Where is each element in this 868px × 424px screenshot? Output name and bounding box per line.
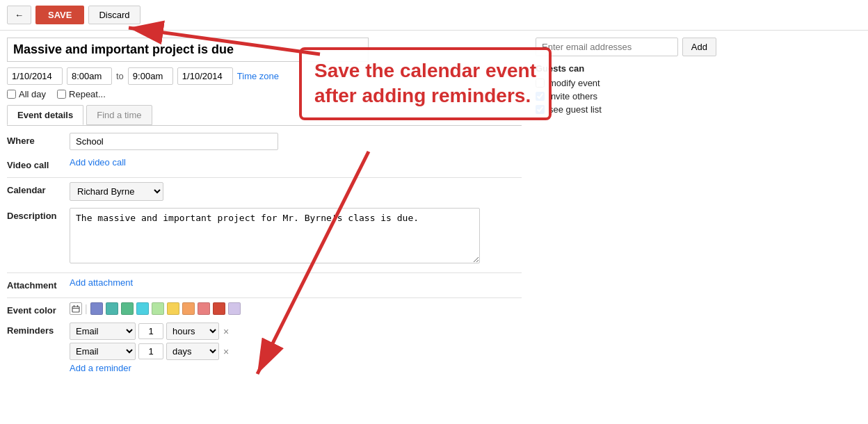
guests-option-invite: invite others [536, 91, 716, 101]
calendar-select[interactable]: Richard Byrne [70, 182, 163, 201]
color-swatch-red[interactable] [213, 302, 225, 315]
color-swatches: | [70, 302, 522, 315]
datetime-row: to Time zone [7, 67, 522, 85]
reminder-row-2: Email Notification minutes hours days we… [70, 343, 522, 360]
right-panel: Add Guests can modify event invite other… [536, 38, 716, 380]
calendar-row: Calendar Richard Byrne [7, 182, 522, 201]
discard-button[interactable]: Discard [88, 6, 140, 24]
event-title-input[interactable] [7, 38, 369, 62]
reminder-type-select-1[interactable]: Email Notification [70, 323, 136, 340]
color-swatch-yellow[interactable] [167, 302, 179, 315]
reminder-amount-input-1[interactable] [138, 323, 163, 339]
where-label: Where [7, 133, 70, 146]
end-time-input[interactable] [128, 67, 173, 85]
description-label: Description [7, 208, 70, 221]
guests-option-modify: modify event [536, 78, 716, 88]
where-input[interactable] [70, 133, 278, 150]
svg-rect-0 [72, 307, 79, 312]
calendar-color-icon[interactable] [70, 302, 82, 315]
calendar-label: Calendar [7, 182, 70, 195]
start-date-input[interactable] [7, 67, 63, 85]
guests-option-guestlist: see guest list [536, 104, 716, 115]
repeat-checkbox[interactable] [57, 90, 66, 99]
color-swatch-lightblue[interactable] [136, 302, 149, 315]
to-separator: to [116, 71, 124, 81]
start-time-input[interactable] [67, 67, 112, 85]
allday-checkbox[interactable] [7, 90, 16, 99]
add-reminder-link[interactable]: Add a reminder [70, 363, 131, 373]
main-content: to Time zone All day Repeat... Event det… [0, 31, 868, 380]
back-button[interactable]: ← [7, 6, 31, 24]
attachment-row: Attachment Add attachment [7, 277, 522, 291]
color-label: Event color [7, 302, 70, 316]
color-swatch-pink[interactable] [198, 302, 210, 315]
left-panel: to Time zone All day Repeat... Event det… [7, 38, 522, 380]
description-textarea[interactable]: The massive and important project for Mr… [70, 208, 480, 263]
color-swatch-green[interactable] [121, 302, 134, 315]
allday-label[interactable]: All day [7, 89, 46, 99]
reminder-remove-2[interactable]: × [223, 346, 229, 357]
reminders-row: Reminders Email Notification minutes hou… [7, 323, 522, 373]
reminders-label: Reminders [7, 323, 70, 336]
reminder-unit-select-2[interactable]: minutes hours days weeks [166, 343, 219, 360]
add-attachment-link[interactable]: Add attachment [70, 277, 133, 288]
save-button[interactable]: SAVE [35, 6, 84, 24]
reminders-container: Email Notification minutes hours days we… [70, 323, 522, 373]
repeat-label[interactable]: Repeat... [57, 89, 106, 99]
guests-can-title: Guests can [536, 63, 716, 74]
videocall-row: Video call Add video call [7, 157, 522, 170]
reminder-unit-select-1[interactable]: minutes hours days weeks [166, 323, 219, 340]
description-row: Description The massive and important pr… [7, 208, 522, 266]
email-input[interactable] [536, 38, 678, 56]
add-guest-button[interactable]: Add [682, 38, 716, 56]
modify-event-checkbox[interactable] [536, 79, 545, 88]
reminder-type-select-2[interactable]: Email Notification [70, 343, 136, 360]
color-swatch-blue[interactable] [90, 302, 103, 315]
attachment-label: Attachment [7, 277, 70, 291]
toolbar: ← SAVE Discard [0, 0, 868, 31]
color-swatch-teal[interactable] [106, 302, 118, 315]
color-swatch-lavender[interactable] [228, 302, 241, 315]
color-swatch-salmon[interactable] [182, 302, 195, 315]
email-row: Add [536, 38, 716, 56]
where-row: Where [7, 133, 522, 150]
reminder-row-1: Email Notification minutes hours days we… [70, 323, 522, 340]
invite-others-checkbox[interactable] [536, 92, 545, 101]
color-separator: | [85, 303, 88, 314]
reminder-remove-1[interactable]: × [223, 326, 229, 337]
checkbox-row: All day Repeat... [7, 89, 522, 99]
color-swatch-mint[interactable] [152, 302, 164, 315]
videocall-label: Video call [7, 157, 70, 170]
tab-find-time[interactable]: Find a time [86, 105, 152, 125]
see-guest-list-checkbox[interactable] [536, 105, 545, 114]
where-value-container [70, 133, 522, 150]
color-row: Event color | [7, 302, 522, 316]
timezone-link[interactable]: Time zone [237, 71, 279, 81]
tab-event-details[interactable]: Event details [7, 105, 83, 125]
end-date-input[interactable] [177, 67, 233, 85]
reminder-amount-input-2[interactable] [138, 343, 163, 359]
add-video-call-link[interactable]: Add video call [70, 157, 126, 168]
tabs-row: Event details Find a time [7, 105, 522, 126]
